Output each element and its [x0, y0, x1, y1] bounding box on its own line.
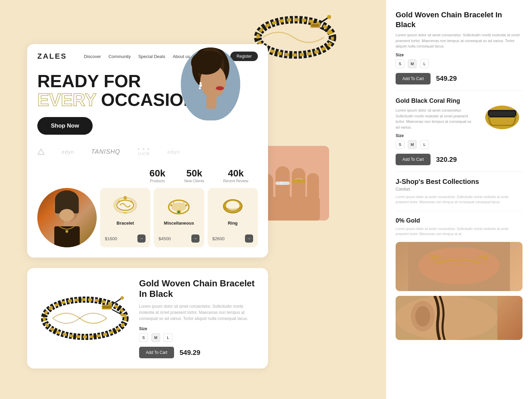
rp-product-1-title: Gold Woven Chain Bracelet In Black	[396, 10, 522, 30]
brand-logo: ZALES	[37, 52, 67, 61]
collections-desc: Lorem ipsum dolor sit amet consectetur. …	[396, 194, 522, 205]
stat-reviews-number: 40k	[223, 168, 248, 179]
bracelet-thumbnail	[112, 193, 139, 217]
rp-divider-1	[396, 91, 522, 91]
size-s[interactable]: S	[139, 333, 148, 342]
product-bracelet-price: $1600	[105, 236, 117, 241]
svg-point-13	[118, 201, 120, 203]
bracelet-price: 549.29	[179, 349, 200, 357]
model-image	[37, 188, 97, 247]
rp-size-options-2: S M L	[396, 140, 476, 149]
gold-percent-desc: Lorem ipsum dolor sit amet consectetur. …	[396, 226, 522, 236]
rp-product-2-desc: Lorem ipsum dolor sit amet consectetur. …	[396, 108, 476, 130]
rp-product-1-desc: Lorem ipsum dolor sit amet consectetur. …	[396, 32, 522, 49]
bracelet-add-to-cart[interactable]: Add To Cart	[139, 347, 174, 358]
stats-row: 60k Products 50k New Clients 40k Recent …	[27, 162, 268, 183]
product-bracelet-arrow[interactable]: →	[137, 234, 146, 243]
rp-add-to-cart-2[interactable]: Add To Cart	[396, 154, 431, 165]
product-misc-price-row: $4500 →	[158, 234, 199, 243]
gold-percent-section: 0% Gold Lorem ipsum dolor sit amet conse…	[396, 217, 522, 236]
product-cards-row: Bracelet $1600 →	[27, 183, 268, 258]
rp-product-1: Gold Woven Chain Bracelet In Black Lorem…	[396, 10, 522, 84]
svg-point-7	[59, 209, 74, 221]
model-image-container	[37, 188, 97, 247]
bracelet-detail-section: Gold Woven Chain Bracelet In Black Lorem…	[27, 268, 268, 368]
rp-size-label-2: Size	[396, 133, 476, 138]
product-ring-price-row: $2600 →	[212, 234, 253, 243]
svg-point-19	[185, 204, 187, 206]
stat-reviews: 40k Recent Review	[214, 168, 258, 183]
brand-edyn-1: edyn	[62, 149, 74, 155]
ring-thumbnail	[219, 193, 246, 217]
bracelet-large-image	[37, 284, 132, 352]
bracelet-info: Gold Woven Chain Bracelet In Black Lorem…	[139, 278, 258, 358]
svg-point-34	[199, 84, 202, 87]
rp-size-label-1: Size	[396, 53, 522, 57]
rp-size-s-2[interactable]: S	[396, 140, 404, 149]
svg-rect-39	[102, 306, 111, 308]
rp-product-2: Gold Black Coral Ring Lorem ipsum dolor …	[396, 97, 522, 165]
hero-portrait	[181, 48, 240, 120]
hero-title-occasion: OCCASION	[96, 90, 196, 110]
brand-triangle	[37, 148, 45, 155]
rp-size-l-2[interactable]: L	[420, 140, 429, 149]
svg-point-59	[280, 182, 283, 185]
rp-divider-2	[396, 171, 522, 172]
svg-rect-60	[292, 180, 305, 183]
brand-tanishq: TANISHQ	[91, 148, 120, 155]
svg-point-35	[199, 87, 201, 89]
rp-price-1: 549.29	[436, 75, 457, 82]
nav-discover[interactable]: Discover	[84, 54, 101, 59]
svg-point-70	[415, 306, 430, 326]
stat-clients-number: 50k	[184, 168, 204, 179]
nav-links: Discover Community Special Deals About u…	[84, 54, 204, 59]
bracelet-size-options: S M L	[139, 333, 258, 342]
product-misc-arrow[interactable]: →	[191, 234, 200, 243]
necklace-image-rp	[396, 242, 522, 291]
size-l[interactable]: L	[164, 333, 172, 342]
ear-image-rp	[396, 296, 522, 340]
svg-point-43	[120, 313, 124, 317]
rp-add-to-cart-1[interactable]: Add To Cart	[396, 73, 431, 84]
svg-point-21	[183, 202, 185, 204]
product-card-bracelet[interactable]: Bracelet $1600 →	[100, 188, 150, 247]
stat-clients-label: New Clients	[184, 179, 204, 183]
collections-section: J-Shop's Best Collections Comfort Lorem …	[396, 178, 522, 205]
collections-title: J-Shop's Best Collections	[396, 178, 522, 186]
rp-price-2: 320.29	[436, 156, 457, 164]
rp-size-options-1: S M L	[396, 59, 522, 68]
size-m[interactable]: M	[151, 333, 160, 342]
product-card-misc[interactable]: Miscellaneous $4500 →	[154, 188, 204, 247]
nav-special-deals[interactable]: Special Deals	[138, 54, 165, 59]
svg-point-30	[199, 51, 223, 68]
nav-community[interactable]: Community	[109, 54, 131, 59]
rp-cart-row-1: Add To Cart 549.29	[396, 73, 522, 84]
bracelet-size-label: Size	[139, 326, 258, 331]
register-button[interactable]: Register	[230, 52, 258, 61]
svg-marker-0	[38, 149, 44, 154]
svg-point-51	[327, 30, 331, 34]
product-bracelet-price-row: $1600 →	[105, 234, 146, 243]
collections-subtitle: Comfort	[396, 187, 522, 192]
gold-percent-title: 0% Gold	[396, 217, 522, 224]
rp-size-l-1[interactable]: L	[420, 59, 429, 68]
rp-ring-image	[482, 97, 522, 136]
right-panel: Gold Woven Chain Bracelet In Black Lorem…	[386, 0, 532, 399]
product-bracelet-name: Bracelet	[117, 221, 134, 226]
svg-point-18	[170, 204, 172, 206]
rp-size-m-2[interactable]: M	[408, 140, 417, 149]
rp-product-2-title: Gold Black Coral Ring	[396, 97, 476, 105]
stat-products-label: Products	[150, 179, 166, 183]
svg-rect-64	[489, 111, 515, 116]
rp-size-m-1[interactable]: M	[408, 59, 417, 68]
rp-divider-3	[396, 211, 522, 211]
stat-products: 60k Products	[140, 168, 175, 183]
svg-point-17	[178, 211, 180, 213]
product-ring-arrow[interactable]: →	[245, 234, 253, 243]
nav-about[interactable]: About us	[173, 54, 190, 59]
product-card-ring[interactable]: Ring $2600 →	[208, 188, 258, 247]
product-misc-name: Miscellaneous	[164, 221, 194, 226]
svg-point-12	[130, 201, 132, 203]
rp-size-s-1[interactable]: S	[396, 59, 404, 68]
shop-now-button[interactable]: Shop Now	[37, 117, 93, 135]
